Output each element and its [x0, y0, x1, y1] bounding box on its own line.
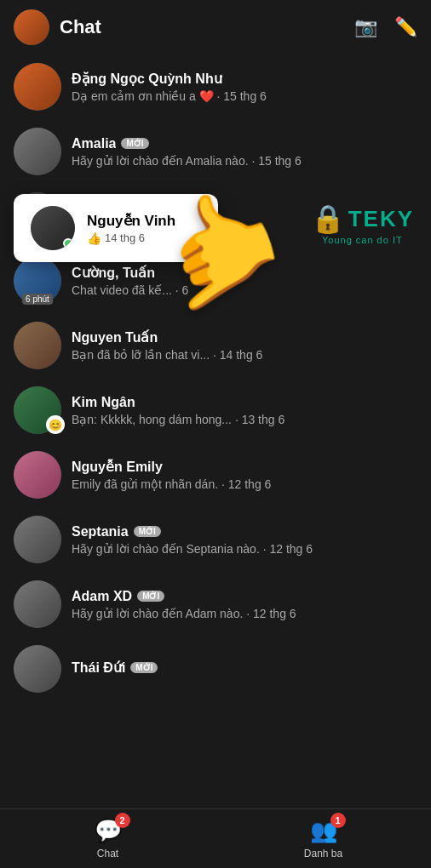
chat-name: Nguyen Tuấn	[72, 329, 158, 345]
chat-name: Kim Ngân	[72, 395, 135, 410]
edit-icon[interactable]: ✏️	[394, 16, 417, 38]
avatar	[14, 516, 61, 563]
chat-message: Dạ em cảm ơn nhiều a ❤️ · 15 thg 6	[72, 89, 417, 103]
chat-name: Nguyễn Emily	[72, 459, 163, 475]
chat-info: Adam XDMỚIHãy gửi lời chào đến Adam nào.…	[72, 589, 417, 620]
chat-message: Hãy gửi lời chào đến Septania nào. · 12 …	[72, 542, 417, 556]
header-actions: 📷 ✏️	[354, 16, 417, 38]
nav-icon-wrap: 👥1	[310, 818, 337, 844]
nav-item-danh-ba[interactable]: 👥1Danh ba	[216, 811, 431, 866]
chat-item[interactable]: Nguyen TuấnBạn đã bỏ lỡ lần chat vi... ·…	[0, 313, 431, 378]
nav-item-chat[interactable]: 💬2Chat	[0, 811, 216, 866]
avatar	[14, 128, 61, 175]
chat-name-row: Cường, Tuấn	[72, 265, 417, 281]
popup-avatar	[31, 206, 75, 250]
avatar-wrap	[14, 63, 61, 111]
chat-name-row: Nguyễn Emily	[72, 459, 417, 475]
chat-item[interactable]: Đặng Ngọc Quỳnh NhưDạ em cảm ơn nhiều a …	[0, 54, 431, 119]
time-badge: 6 phút	[22, 294, 53, 305]
header-avatar[interactable]	[14, 9, 49, 45]
chat-name-row: Adam XDMỚI	[72, 589, 417, 604]
chat-message: Bạn: Kkkkk, hong dám hong... · 13 thg 6	[72, 413, 417, 426]
nav-badge: 1	[330, 813, 346, 828]
nav-label: Chat	[97, 848, 118, 859]
chat-item[interactable]: Nguyễn EmilyEmily đã gửi một nhãn dán. ·…	[0, 443, 431, 507]
chat-item[interactable]: Thái ĐứiMỚI	[0, 637, 431, 701]
camera-icon[interactable]: 📷	[354, 16, 377, 38]
popup-meta: 👍 14 thg 6	[87, 231, 175, 245]
avatar	[14, 645, 61, 693]
avatar	[14, 580, 61, 628]
chat-name-row: AmaliaMỚI	[72, 136, 417, 151]
header: Chat 📷 ✏️	[0, 0, 431, 54]
chat-item[interactable]: 😊Kim NgânBạn: Kkkkk, hong dám hong... · …	[0, 378, 431, 443]
new-badge: MỚI	[121, 138, 148, 149]
chat-message: Hãy gửi lời chào đến Amalia nào. · 15 th…	[72, 154, 417, 168]
avatar	[14, 451, 61, 499]
teky-logo: 🔒 TEKY	[311, 203, 414, 235]
popup-time: 14 thg 6	[105, 231, 145, 244]
chat-name: Amalia	[72, 136, 116, 151]
avatar-wrap	[14, 516, 61, 563]
reaction-badge: 😊	[46, 415, 65, 434]
chat-info: Nguyễn EmilyEmily đã gửi một nhãn dán. ·…	[72, 459, 417, 491]
popup-info: Nguyễn Vinh 👍 14 thg 6	[87, 212, 175, 245]
popup-card[interactable]: Nguyễn Vinh 👍 14 thg 6	[14, 194, 218, 262]
chat-name: Septania	[72, 524, 129, 540]
chat-info: Nguyen TuấnBạn đã bỏ lỡ lần chat vi... ·…	[72, 329, 417, 362]
chat-item[interactable]: AmaliaMỚIHãy gửi lời chào đến Amalia nào…	[0, 119, 431, 184]
avatar-wrap: 😊	[14, 386, 61, 434]
chat-message: Hãy gửi lời chào đến Adam nào. · 12 thg …	[72, 607, 417, 620]
chat-name-row: Thái ĐứiMỚI	[72, 660, 417, 676]
chat-info: AmaliaMỚIHãy gửi lời chào đến Amalia nào…	[72, 136, 417, 168]
chat-info: Đặng Ngọc Quỳnh NhưDạ em cảm ơn nhiều a …	[72, 71, 417, 103]
chat-info: Cường, TuấnChat video đã kế... · 6	[72, 265, 417, 297]
popup-name: Nguyễn Vinh	[87, 212, 175, 230]
nav-badge: 2	[115, 813, 130, 828]
chat-info: Thái ĐứiMỚI	[72, 660, 417, 678]
nav-label: Danh ba	[304, 848, 342, 859]
chat-name-row: Kim Ngân	[72, 395, 417, 410]
new-badge: MỚI	[134, 526, 161, 537]
chat-info: SeptaniaMỚIHãy gửi lời chào đến Septania…	[72, 524, 417, 556]
chat-name-row: Đặng Ngọc Quỳnh Như	[72, 71, 417, 87]
teky-robot-icon: 🔒	[311, 203, 345, 235]
chat-item[interactable]: Adam XDMỚIHãy gửi lời chào đến Adam nào.…	[0, 572, 431, 637]
chat-name-row: Nguyen Tuấn	[72, 329, 417, 345]
new-badge: MỚI	[130, 662, 158, 673]
nav-icon-wrap: 💬2	[95, 818, 122, 844]
chat-name-row: SeptaniaMỚI	[72, 524, 417, 540]
avatar-wrap	[14, 128, 61, 175]
chat-message: Emily đã gửi một nhãn dán. · 12 thg 6	[72, 477, 417, 491]
avatar-wrap	[14, 645, 61, 693]
avatar-wrap	[14, 322, 61, 369]
chat-list: Đặng Ngọc Quỳnh NhưDạ em cảm ơn nhiều a …	[0, 54, 431, 701]
page-title: Chat	[60, 16, 354, 38]
avatar	[14, 322, 61, 369]
bottom-nav: 💬2Chat👥1Danh ba	[0, 808, 431, 868]
chat-message: Chat video đã kế... · 6	[72, 283, 417, 297]
avatar	[14, 63, 61, 111]
chat-name: Adam XD	[72, 589, 132, 604]
avatar-wrap	[14, 451, 61, 499]
chat-message: Bạn đã bỏ lỡ lần chat vi... · 14 thg 6	[72, 348, 417, 362]
chat-name: Cường, Tuấn	[72, 265, 155, 281]
teky-sub: Young can do IT	[322, 235, 403, 245]
avatar-wrap	[14, 580, 61, 628]
chat-name: Thái Đứi	[72, 660, 125, 676]
avatar-wrap: 6 phút	[14, 257, 61, 305]
chat-name: Đặng Ngọc Quỳnh Như	[72, 71, 222, 87]
popup-online-dot	[63, 238, 73, 248]
teky-brand: TEKY	[348, 206, 414, 232]
chat-item[interactable]: SeptaniaMỚIHãy gửi lời chào đến Septania…	[0, 507, 431, 572]
chat-info: Kim NgânBạn: Kkkkk, hong dám hong... · 1…	[72, 395, 417, 426]
thumb-icon: 👍	[87, 231, 101, 245]
watermark: 🔒 TEKY Young can do IT	[311, 203, 414, 245]
new-badge: MỚI	[137, 591, 164, 602]
